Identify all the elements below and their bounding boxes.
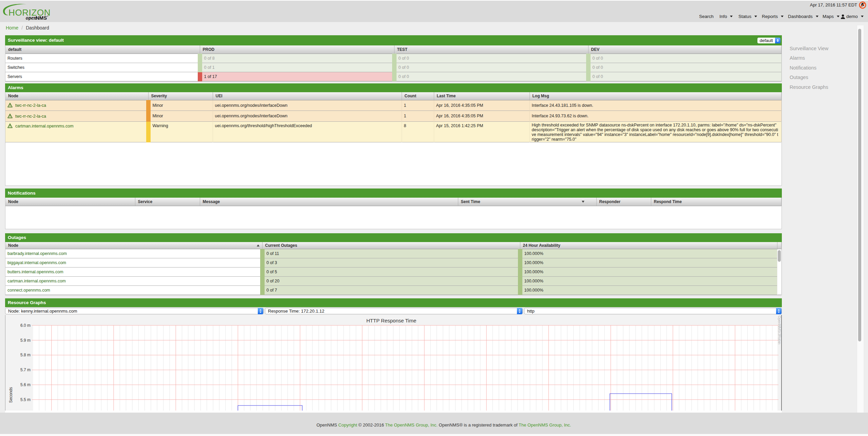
svg-text:5.7 m: 5.7 m	[20, 368, 31, 372]
svg-text:open: open	[26, 15, 37, 20]
svg-text:6.0 m: 6.0 m	[20, 323, 31, 328]
svg-text:5.5 m: 5.5 m	[20, 397, 31, 402]
svg-text:NMS: NMS	[36, 15, 47, 20]
svg-text:®: ®	[47, 15, 49, 17]
svg-text:5.6 m: 5.6 m	[20, 382, 31, 387]
svg-text:5.8 m: 5.8 m	[20, 353, 31, 357]
svg-text:5.9 m: 5.9 m	[20, 338, 31, 343]
svg-text:Seconds: Seconds	[8, 387, 13, 403]
